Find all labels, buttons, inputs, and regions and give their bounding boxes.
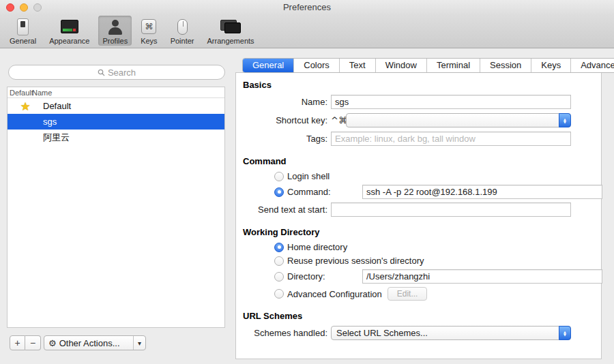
- profile-row-aliyun[interactable]: 阿里云: [8, 130, 224, 145]
- dropdown-arrows-icon: ▲▼: [559, 326, 571, 340]
- search-icon: [98, 69, 105, 76]
- shortcut-modifier-text: ^⌘: [331, 115, 346, 125]
- column-header-default: Default: [8, 89, 31, 97]
- home-directory-label: Home directory: [287, 242, 347, 252]
- url-schemes-selected-value: Select URL Schemes...: [336, 328, 428, 338]
- profile-name: sgs: [43, 117, 224, 127]
- edit-button[interactable]: Edit...: [388, 287, 428, 301]
- tab-keys[interactable]: Keys: [531, 59, 570, 72]
- command-keycap-icon: ⌘: [141, 19, 156, 34]
- profile-list-controls: + − ⚙ Other Actions... ▾: [10, 335, 146, 350]
- profile-name: Default: [43, 101, 224, 111]
- working-directory-heading: Working Directory: [243, 227, 601, 237]
- search-input[interactable]: Search: [8, 65, 225, 80]
- person-icon: [107, 18, 123, 35]
- toolbar-item-label: Keys: [141, 37, 157, 45]
- tab-text[interactable]: Text: [339, 59, 375, 72]
- gear-icon: ⚙: [48, 338, 57, 348]
- url-schemes-heading: URL Schemes: [243, 311, 601, 321]
- profile-tabbar: General Colors Text Window Terminal Sess…: [242, 58, 614, 73]
- zoom-button[interactable]: [33, 3, 42, 12]
- display-icon: [61, 20, 78, 33]
- other-actions-button[interactable]: ⚙ Other Actions... ▾: [44, 335, 146, 350]
- toolbar-item-label: Profiles: [102, 37, 128, 45]
- chevron-down-icon: ▾: [133, 336, 145, 350]
- windows-stack-icon: [220, 20, 241, 33]
- minimize-button[interactable]: [20, 3, 28, 12]
- tags-field[interactable]: [331, 132, 571, 146]
- general-tab-panel: Basics Name: Shortcut key: ^⌘ ▲▼ Tags: C…: [235, 72, 602, 359]
- close-button[interactable]: [6, 3, 14, 12]
- tab-colors[interactable]: Colors: [293, 59, 339, 72]
- search-placeholder: Search: [108, 67, 136, 78]
- tab-session[interactable]: Session: [480, 59, 531, 72]
- profile-list-header: Default Name: [8, 87, 224, 98]
- profile-name: 阿里云: [43, 132, 224, 144]
- toolbar-item-label: General: [10, 37, 36, 45]
- url-schemes-dropdown[interactable]: Select URL Schemes... ▲▼: [331, 326, 571, 340]
- toolbar-item-general[interactable]: General: [5, 16, 40, 46]
- window-title: Preferences: [0, 0, 614, 15]
- shortcut-key-dropdown[interactable]: ▲▼: [346, 113, 571, 127]
- shortcut-key-label: Shortcut key:: [243, 115, 327, 125]
- tab-general[interactable]: General: [243, 59, 293, 72]
- toolbar-item-keys[interactable]: ⌘ Keys: [136, 16, 161, 46]
- add-profile-button[interactable]: +: [10, 335, 25, 350]
- name-label: Name:: [243, 97, 327, 107]
- profile-row-sgs[interactable]: sgs: [8, 114, 224, 130]
- remove-profile-button[interactable]: −: [25, 335, 41, 350]
- profile-list: Default Name ★ Default sgs 阿里云: [7, 87, 225, 328]
- send-text-field[interactable]: [331, 202, 571, 217]
- preferences-toolbar: General Appearance Profiles ⌘ Keys Point…: [0, 15, 614, 48]
- tab-advanced[interactable]: Advanced: [570, 59, 614, 72]
- toolbar-item-label: Appearance: [49, 37, 89, 45]
- advanced-configuration-radio[interactable]: [274, 289, 284, 299]
- directory-field[interactable]: [362, 269, 602, 284]
- command-label: Command:: [287, 187, 331, 197]
- basics-heading: Basics: [243, 80, 601, 90]
- reuse-directory-radio[interactable]: [274, 256, 284, 266]
- schemes-handled-label: Schemes handled:: [243, 328, 327, 338]
- advanced-configuration-label: Advanced Configuration: [287, 289, 382, 299]
- home-directory-radio[interactable]: [274, 243, 284, 252]
- reuse-directory-label: Reuse previous session's directory: [287, 256, 424, 266]
- default-star-icon: ★: [8, 100, 43, 113]
- toolbar-item-profiles[interactable]: Profiles: [98, 16, 132, 46]
- dropdown-arrows-icon: ▲▼: [559, 113, 571, 127]
- profile-row-default[interactable]: ★ Default: [8, 98, 224, 114]
- tab-window[interactable]: Window: [375, 59, 426, 72]
- command-heading: Command: [243, 156, 601, 166]
- command-field[interactable]: [362, 185, 602, 199]
- command-radio[interactable]: [274, 187, 284, 197]
- directory-radio[interactable]: [274, 272, 284, 282]
- name-field[interactable]: [331, 95, 571, 109]
- light-switch-icon: [17, 18, 29, 35]
- titlebar: Preferences: [0, 0, 614, 15]
- tab-terminal[interactable]: Terminal: [426, 59, 480, 72]
- login-shell-radio[interactable]: [274, 172, 284, 181]
- column-header-name: Name: [31, 89, 52, 97]
- toolbar-item-appearance[interactable]: Appearance: [45, 16, 93, 46]
- toolbar-item-label: Arrangements: [207, 37, 254, 45]
- mouse-icon: [177, 19, 188, 35]
- toolbar-item-label: Pointer: [171, 37, 194, 45]
- send-text-label: Send text at start:: [243, 204, 327, 215]
- toolbar-item-arrangements[interactable]: Arrangements: [203, 16, 258, 46]
- toolbar-item-pointer[interactable]: Pointer: [166, 16, 199, 46]
- login-shell-label: Login shell: [287, 171, 330, 181]
- directory-label: Directory:: [287, 271, 325, 282]
- other-actions-label: Other Actions...: [59, 338, 120, 348]
- tags-label: Tags:: [243, 134, 327, 144]
